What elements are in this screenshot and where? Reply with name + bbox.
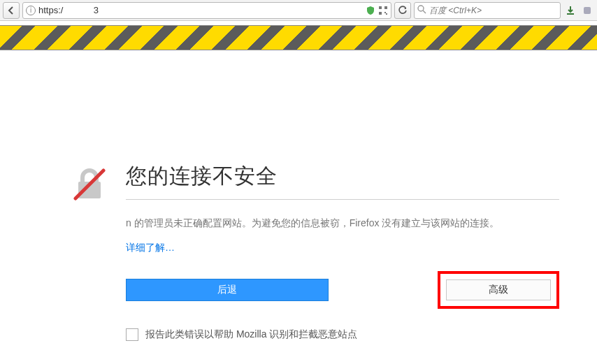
downloads-button[interactable] bbox=[563, 3, 577, 17]
report-row: 报告此类错误以帮助 Mozilla 识别和拦截恶意站点 bbox=[126, 328, 559, 341]
browser-toolbar: i bbox=[0, 0, 597, 21]
svg-rect-7 bbox=[567, 13, 574, 15]
learn-more-link[interactable]: 详细了解… bbox=[126, 242, 559, 254]
arrow-left-icon bbox=[6, 6, 16, 15]
svg-rect-0 bbox=[379, 6, 382, 9]
search-icon bbox=[417, 5, 426, 16]
svg-rect-8 bbox=[584, 7, 591, 14]
qr-icon[interactable] bbox=[378, 6, 388, 15]
advanced-highlight-box: 高级 bbox=[438, 271, 559, 309]
warning-stripe bbox=[0, 25, 597, 50]
svg-rect-2 bbox=[379, 12, 382, 15]
search-bar[interactable] bbox=[414, 2, 561, 19]
shield-icon[interactable] bbox=[366, 6, 375, 15]
extension-button[interactable] bbox=[580, 3, 594, 17]
svg-rect-3 bbox=[384, 12, 386, 13]
error-content: 您的连接不安全 n 的管理员未正确配置网站。为避免您的信息被窃，Firefox … bbox=[0, 50, 597, 341]
error-text-column: 您的连接不安全 n 的管理员未正确配置网站。为避免您的信息被窃，Firefox … bbox=[126, 162, 559, 341]
reload-button[interactable] bbox=[394, 2, 411, 19]
svg-line-6 bbox=[423, 10, 426, 13]
advanced-button[interactable]: 高级 bbox=[446, 279, 551, 300]
button-row: 后退 高级 bbox=[126, 271, 559, 309]
info-icon[interactable]: i bbox=[26, 6, 36, 15]
svg-rect-4 bbox=[386, 13, 387, 15]
svg-point-5 bbox=[418, 6, 424, 11]
page-title: 您的连接不安全 bbox=[126, 162, 559, 200]
report-label: 报告此类错误以帮助 Mozilla 识别和拦截恶意站点 bbox=[145, 328, 357, 341]
download-icon bbox=[565, 5, 576, 16]
url-input[interactable] bbox=[38, 5, 363, 15]
report-checkbox[interactable] bbox=[126, 328, 138, 341]
reload-icon bbox=[398, 6, 408, 15]
search-input[interactable] bbox=[429, 6, 557, 15]
back-button[interactable] bbox=[3, 2, 20, 19]
lock-icon-column bbox=[70, 162, 126, 341]
svg-rect-1 bbox=[384, 6, 387, 9]
puzzle-icon bbox=[582, 5, 593, 16]
url-bar[interactable]: i bbox=[22, 2, 391, 19]
go-back-button[interactable]: 后退 bbox=[126, 279, 329, 301]
insecure-lock-icon bbox=[70, 165, 109, 204]
error-message: n 的管理员未正确配置网站。为避免您的信息被窃，Firefox 没有建立与该网站… bbox=[126, 215, 559, 231]
